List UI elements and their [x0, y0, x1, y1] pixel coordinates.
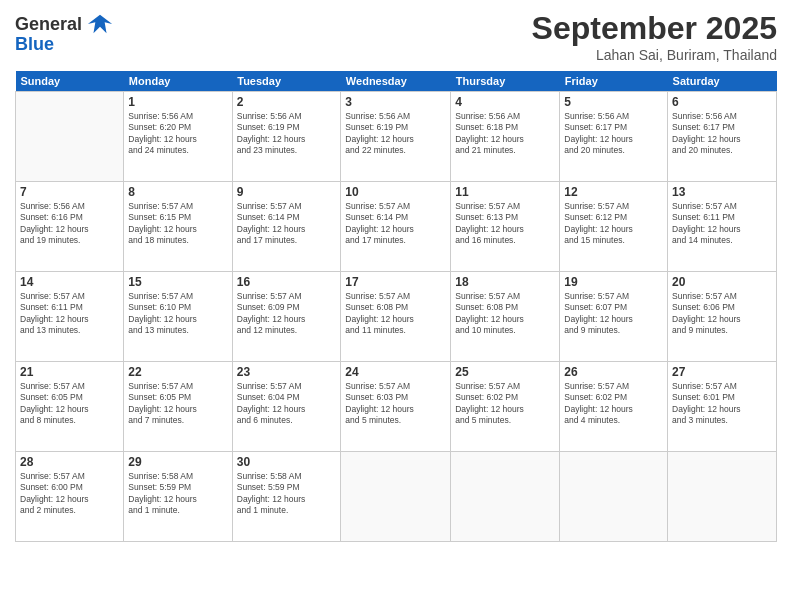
table-row: 21Sunrise: 5:57 AMSunset: 6:05 PMDayligh… — [16, 362, 124, 452]
day-info: Sunrise: 5:56 AMSunset: 6:20 PMDaylight:… — [128, 111, 227, 157]
table-row: 1Sunrise: 5:56 AMSunset: 6:20 PMDaylight… — [124, 92, 232, 182]
table-row: 12Sunrise: 5:57 AMSunset: 6:12 PMDayligh… — [560, 182, 668, 272]
header: General Blue September 2025 Lahan Sai, B… — [15, 10, 777, 63]
col-thursday: Thursday — [451, 71, 560, 92]
calendar-header-row: Sunday Monday Tuesday Wednesday Thursday… — [16, 71, 777, 92]
day-info: Sunrise: 5:57 AMSunset: 6:02 PMDaylight:… — [455, 381, 555, 427]
day-info: Sunrise: 5:56 AMSunset: 6:17 PMDaylight:… — [564, 111, 663, 157]
day-number: 7 — [20, 185, 119, 199]
table-row: 27Sunrise: 5:57 AMSunset: 6:01 PMDayligh… — [668, 362, 777, 452]
day-info: Sunrise: 5:57 AMSunset: 6:08 PMDaylight:… — [455, 291, 555, 337]
table-row: 10Sunrise: 5:57 AMSunset: 6:14 PMDayligh… — [341, 182, 451, 272]
day-number: 17 — [345, 275, 446, 289]
day-info: Sunrise: 5:57 AMSunset: 6:03 PMDaylight:… — [345, 381, 446, 427]
day-number: 1 — [128, 95, 227, 109]
day-info: Sunrise: 5:57 AMSunset: 6:00 PMDaylight:… — [20, 471, 119, 517]
logo-general: General — [15, 14, 82, 35]
day-number: 4 — [455, 95, 555, 109]
day-number: 10 — [345, 185, 446, 199]
day-info: Sunrise: 5:57 AMSunset: 6:01 PMDaylight:… — [672, 381, 772, 427]
day-number: 15 — [128, 275, 227, 289]
table-row: 22Sunrise: 5:57 AMSunset: 6:05 PMDayligh… — [124, 362, 232, 452]
calendar-week-row: 28Sunrise: 5:57 AMSunset: 6:00 PMDayligh… — [16, 452, 777, 542]
table-row: 23Sunrise: 5:57 AMSunset: 6:04 PMDayligh… — [232, 362, 341, 452]
month-title: September 2025 — [532, 10, 777, 47]
table-row: 17Sunrise: 5:57 AMSunset: 6:08 PMDayligh… — [341, 272, 451, 362]
day-number: 27 — [672, 365, 772, 379]
day-number: 22 — [128, 365, 227, 379]
day-number: 20 — [672, 275, 772, 289]
day-number: 30 — [237, 455, 337, 469]
day-info: Sunrise: 5:57 AMSunset: 6:02 PMDaylight:… — [564, 381, 663, 427]
table-row: 13Sunrise: 5:57 AMSunset: 6:11 PMDayligh… — [668, 182, 777, 272]
table-row: 4Sunrise: 5:56 AMSunset: 6:18 PMDaylight… — [451, 92, 560, 182]
day-number: 6 — [672, 95, 772, 109]
table-row: 15Sunrise: 5:57 AMSunset: 6:10 PMDayligh… — [124, 272, 232, 362]
location: Lahan Sai, Buriram, Thailand — [532, 47, 777, 63]
table-row: 3Sunrise: 5:56 AMSunset: 6:19 PMDaylight… — [341, 92, 451, 182]
day-number: 5 — [564, 95, 663, 109]
logo-bird-icon — [86, 10, 114, 38]
day-info: Sunrise: 5:58 AMSunset: 5:59 PMDaylight:… — [128, 471, 227, 517]
calendar-week-row: 1Sunrise: 5:56 AMSunset: 6:20 PMDaylight… — [16, 92, 777, 182]
table-row: 5Sunrise: 5:56 AMSunset: 6:17 PMDaylight… — [560, 92, 668, 182]
col-sunday: Sunday — [16, 71, 124, 92]
calendar-week-row: 7Sunrise: 5:56 AMSunset: 6:16 PMDaylight… — [16, 182, 777, 272]
day-number: 16 — [237, 275, 337, 289]
day-number: 13 — [672, 185, 772, 199]
day-number: 11 — [455, 185, 555, 199]
day-info: Sunrise: 5:58 AMSunset: 5:59 PMDaylight:… — [237, 471, 337, 517]
day-info: Sunrise: 5:57 AMSunset: 6:05 PMDaylight:… — [20, 381, 119, 427]
table-row: 20Sunrise: 5:57 AMSunset: 6:06 PMDayligh… — [668, 272, 777, 362]
day-info: Sunrise: 5:57 AMSunset: 6:05 PMDaylight:… — [128, 381, 227, 427]
day-number: 12 — [564, 185, 663, 199]
table-row: 25Sunrise: 5:57 AMSunset: 6:02 PMDayligh… — [451, 362, 560, 452]
table-row — [16, 92, 124, 182]
logo: General Blue — [15, 10, 114, 55]
calendar-week-row: 14Sunrise: 5:57 AMSunset: 6:11 PMDayligh… — [16, 272, 777, 362]
col-tuesday: Tuesday — [232, 71, 341, 92]
day-number: 23 — [237, 365, 337, 379]
calendar-table: Sunday Monday Tuesday Wednesday Thursday… — [15, 71, 777, 542]
table-row — [451, 452, 560, 542]
table-row: 19Sunrise: 5:57 AMSunset: 6:07 PMDayligh… — [560, 272, 668, 362]
day-info: Sunrise: 5:57 AMSunset: 6:14 PMDaylight:… — [237, 201, 337, 247]
day-number: 21 — [20, 365, 119, 379]
day-number: 3 — [345, 95, 446, 109]
day-number: 25 — [455, 365, 555, 379]
day-info: Sunrise: 5:57 AMSunset: 6:08 PMDaylight:… — [345, 291, 446, 337]
day-info: Sunrise: 5:57 AMSunset: 6:11 PMDaylight:… — [672, 201, 772, 247]
table-row: 18Sunrise: 5:57 AMSunset: 6:08 PMDayligh… — [451, 272, 560, 362]
table-row: 8Sunrise: 5:57 AMSunset: 6:15 PMDaylight… — [124, 182, 232, 272]
svg-marker-0 — [88, 15, 112, 34]
day-number: 26 — [564, 365, 663, 379]
day-info: Sunrise: 5:57 AMSunset: 6:12 PMDaylight:… — [564, 201, 663, 247]
table-row: 28Sunrise: 5:57 AMSunset: 6:00 PMDayligh… — [16, 452, 124, 542]
col-monday: Monday — [124, 71, 232, 92]
table-row: 6Sunrise: 5:56 AMSunset: 6:17 PMDaylight… — [668, 92, 777, 182]
day-info: Sunrise: 5:57 AMSunset: 6:14 PMDaylight:… — [345, 201, 446, 247]
col-friday: Friday — [560, 71, 668, 92]
col-saturday: Saturday — [668, 71, 777, 92]
table-row: 14Sunrise: 5:57 AMSunset: 6:11 PMDayligh… — [16, 272, 124, 362]
day-info: Sunrise: 5:57 AMSunset: 6:06 PMDaylight:… — [672, 291, 772, 337]
day-number: 14 — [20, 275, 119, 289]
day-info: Sunrise: 5:57 AMSunset: 6:09 PMDaylight:… — [237, 291, 337, 337]
day-info: Sunrise: 5:57 AMSunset: 6:04 PMDaylight:… — [237, 381, 337, 427]
calendar-week-row: 21Sunrise: 5:57 AMSunset: 6:05 PMDayligh… — [16, 362, 777, 452]
day-number: 28 — [20, 455, 119, 469]
table-row — [341, 452, 451, 542]
day-number: 29 — [128, 455, 227, 469]
table-row: 7Sunrise: 5:56 AMSunset: 6:16 PMDaylight… — [16, 182, 124, 272]
day-info: Sunrise: 5:57 AMSunset: 6:11 PMDaylight:… — [20, 291, 119, 337]
page: General Blue September 2025 Lahan Sai, B… — [0, 0, 792, 612]
day-info: Sunrise: 5:57 AMSunset: 6:15 PMDaylight:… — [128, 201, 227, 247]
day-info: Sunrise: 5:56 AMSunset: 6:17 PMDaylight:… — [672, 111, 772, 157]
day-number: 24 — [345, 365, 446, 379]
day-info: Sunrise: 5:56 AMSunset: 6:19 PMDaylight:… — [345, 111, 446, 157]
day-info: Sunrise: 5:56 AMSunset: 6:16 PMDaylight:… — [20, 201, 119, 247]
day-info: Sunrise: 5:56 AMSunset: 6:18 PMDaylight:… — [455, 111, 555, 157]
day-info: Sunrise: 5:57 AMSunset: 6:07 PMDaylight:… — [564, 291, 663, 337]
table-row: 2Sunrise: 5:56 AMSunset: 6:19 PMDaylight… — [232, 92, 341, 182]
day-info: Sunrise: 5:57 AMSunset: 6:10 PMDaylight:… — [128, 291, 227, 337]
